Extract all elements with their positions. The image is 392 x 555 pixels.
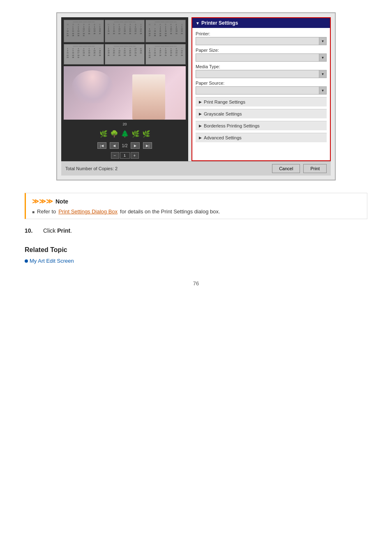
- action-buttons: Cancel Print: [272, 164, 327, 173]
- note-text-suffix: for details on the Print Settings dialog…: [120, 208, 220, 215]
- calendar-cell-6: ──── ─── ─── ─── ── 1234567 891011121314…: [145, 44, 186, 65]
- borderless-label: Borderless Printing Settings: [204, 123, 260, 128]
- nav-page-indicator: 1/2: [122, 143, 128, 148]
- calendar-cell-3: ──── ─── ─── ─── ── 日月火 水木金土 12345 67891…: [145, 20, 186, 42]
- print-range-section: ▶ Print Range Settings: [196, 97, 327, 106]
- nav-last-button[interactable]: ▶|: [143, 142, 152, 149]
- advanced-section: ▶ Advanced Settings: [196, 133, 327, 142]
- printer-settings-panel: ▼ Printer Settings Printer: ▼ Pape: [191, 17, 331, 161]
- borderless-arrow-icon: ▶: [199, 124, 202, 128]
- grayscale-label: Grayscale Settings: [204, 111, 242, 116]
- tree-icon-3: 🌲: [121, 130, 129, 138]
- note-text-prefix: Refer to: [37, 208, 56, 215]
- printer-label: Printer:: [196, 31, 327, 36]
- page-footer: 76: [25, 280, 367, 287]
- note-header: ≫≫≫ Note: [32, 197, 361, 205]
- paper-size-label: Paper Size:: [196, 48, 327, 53]
- advanced-arrow-icon: ▶: [199, 136, 202, 140]
- page-number-display: 20: [123, 121, 127, 127]
- navigation-controls: |◀ ◀ 1/2 ▶ ▶|: [97, 141, 152, 150]
- step-number: 10.: [25, 227, 37, 234]
- printer-select[interactable]: ▼: [196, 37, 327, 45]
- paper-size-dropdown-arrow-icon[interactable]: ▼: [319, 54, 326, 61]
- related-topic-title: Related Topic: [25, 246, 367, 254]
- note-link[interactable]: Print Settings Dialog Box: [58, 208, 118, 215]
- tree-icon-2: 🌳: [110, 130, 118, 138]
- settings-body: Printer: ▼ Paper Size: ▼: [192, 28, 330, 146]
- calendar-cell-2: ──── ─── ─── ─── ── 日月火 水木金土 1234567 891…: [105, 20, 145, 42]
- cal-title-5: ──── ─── ─── ─── ──: [106, 45, 144, 47]
- cal-title-4: ──── ─── ─── ─── ──: [65, 45, 103, 47]
- tree-icon-1: 🌿: [99, 130, 108, 138]
- settings-header: ▼ Printer Settings: [192, 18, 330, 28]
- note-bullet-icon: ■: [32, 210, 35, 214]
- copy-decrease-button[interactable]: −: [111, 152, 119, 159]
- cal-title-3: ──── ─── ─── ─── ──: [147, 21, 184, 23]
- paper-source-label: Paper Source:: [196, 81, 327, 86]
- nav-first-button[interactable]: |◀: [97, 142, 106, 149]
- note-icon: ≫≫≫: [32, 197, 53, 205]
- cancel-button[interactable]: Cancel: [272, 164, 300, 173]
- related-topic-link[interactable]: My Art Edit Screen: [25, 258, 367, 264]
- calendar-cell-1: ──── ─── ─── ─── ── 日月火 水木金土 123456 7891…: [64, 20, 104, 42]
- total-copies-text: Total Number of Copies: 2: [65, 166, 118, 171]
- note-body: ■ Refer to Print Settings Dialog Box for…: [32, 208, 361, 215]
- calendar-top-row: ──── ─── ─── ─── ── 日月火 水木金土 123456 7891…: [64, 20, 186, 42]
- tree-icon-5: 🌿: [142, 130, 150, 138]
- cal-title-6: ──── ─── ─── ─── ──: [147, 45, 184, 47]
- related-link-text: My Art Edit Screen: [30, 258, 74, 264]
- copy-increase-button[interactable]: +: [131, 152, 139, 159]
- nav-prev-button[interactable]: ◀: [110, 142, 119, 149]
- media-type-label: Media Type:: [196, 64, 327, 69]
- advanced-label: Advanced Settings: [204, 135, 242, 140]
- calendar-bottom-row: ──── ─── ─── ─── ── 1234567 891011121314…: [64, 44, 186, 65]
- grayscale-arrow-icon: ▶: [199, 112, 202, 116]
- grayscale-section: ▶ Grayscale Settings: [196, 109, 327, 118]
- note-section: ≫≫≫ Note ■ Refer to Print Settings Dialo…: [25, 193, 367, 219]
- media-type-field-row: Media Type: ▼: [196, 64, 327, 78]
- photo-area: [64, 66, 186, 120]
- printer-field-row: Printer: ▼: [196, 31, 327, 45]
- related-topic-section: Related Topic My Art Edit Screen: [25, 246, 367, 264]
- umbrella-decoration: [72, 70, 113, 103]
- calendar-cell-4: ──── ─── ─── ─── ── 1234567 891011121314…: [64, 44, 104, 65]
- photo-child: [132, 74, 165, 120]
- dialog-inner: ──── ─── ─── ─── ── 日月火 水木金土 123456 7891…: [61, 17, 331, 161]
- print-range-header[interactable]: ▶ Print Range Settings: [196, 97, 327, 106]
- printer-dropdown-arrow-icon[interactable]: ▼: [319, 37, 326, 45]
- print-range-arrow-icon: ▶: [199, 100, 202, 104]
- step-bold-text: Print: [57, 227, 70, 234]
- copy-input[interactable]: [120, 152, 130, 159]
- cal-title-2: ──── ─── ─── ─── ──: [106, 21, 144, 23]
- dialog-container: ──── ─── ─── ─── ── 日月火 水木金土 123456 7891…: [25, 12, 367, 180]
- note-title: Note: [55, 198, 68, 205]
- paper-size-select[interactable]: ▼: [196, 53, 327, 62]
- dialog-box: ──── ─── ─── ─── ── 日月火 水木金土 123456 7891…: [56, 12, 336, 180]
- related-dot-icon: [25, 259, 28, 263]
- settings-title: Printer Settings: [201, 20, 238, 26]
- paper-source-dropdown-arrow-icon[interactable]: ▼: [319, 87, 326, 94]
- media-type-dropdown-arrow-icon[interactable]: ▼: [319, 70, 326, 78]
- borderless-header[interactable]: ▶ Borderless Printing Settings: [196, 121, 327, 130]
- collapse-triangle-icon: ▼: [196, 21, 200, 25]
- copy-controls: − +: [111, 152, 139, 159]
- step-text: Click Print.: [43, 227, 72, 234]
- paper-source-select[interactable]: ▼: [196, 86, 327, 95]
- dialog-bottom-bar: Total Number of Copies: 2 Cancel Print: [61, 161, 331, 176]
- step-10-section: 10. Click Print.: [25, 227, 367, 234]
- tree-decoration-row: 🌿 🌳 🌲 🌿 🌿: [99, 129, 150, 139]
- paper-source-field-row: Paper Source: ▼: [196, 81, 327, 95]
- nav-next-button[interactable]: ▶: [131, 142, 140, 149]
- advanced-header[interactable]: ▶ Advanced Settings: [196, 133, 327, 142]
- page-content: ──── ─── ─── ─── ── 日月火 水木金土 123456 7891…: [0, 0, 392, 299]
- borderless-section: ▶ Borderless Printing Settings: [196, 121, 327, 130]
- calendar-cell-5: ──── ─── ─── ─── ── 567891011 1213141516…: [105, 44, 145, 65]
- grayscale-header[interactable]: ▶ Grayscale Settings: [196, 109, 327, 118]
- tree-icon-4: 🌿: [131, 130, 140, 138]
- cal-title-1: ──── ─── ─── ─── ──: [65, 21, 103, 23]
- paper-size-field-row: Paper Size: ▼: [196, 48, 327, 62]
- media-type-select[interactable]: ▼: [196, 70, 327, 78]
- print-button[interactable]: Print: [303, 164, 327, 173]
- left-panel: ──── ─── ─── ─── ── 日月火 水木金土 123456 7891…: [61, 17, 188, 161]
- page-number: 76: [193, 280, 199, 287]
